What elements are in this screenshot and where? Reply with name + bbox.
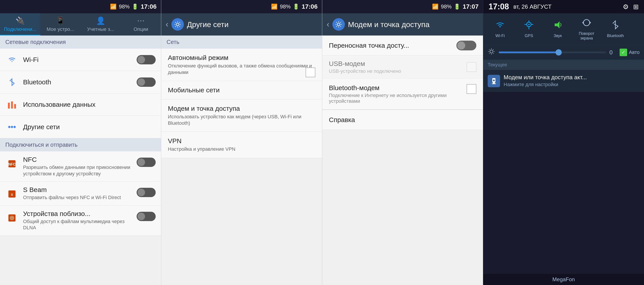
bluetooth-title: Bluetooth bbox=[23, 78, 136, 86]
usb-modem-subtitle: USB-устройство не подключено bbox=[329, 68, 466, 74]
menu-item-vpn[interactable]: VPN Настройка и управление VPN bbox=[161, 132, 322, 158]
other-networks-text: Другие сети bbox=[23, 123, 156, 131]
svg-rect-34 bbox=[493, 83, 495, 84]
modem-title: Модем и точка доступа bbox=[168, 105, 315, 112]
wifi-toggle[interactable] bbox=[136, 55, 156, 64]
panel2-title: Другие сети bbox=[187, 20, 229, 29]
svg-point-4 bbox=[11, 126, 13, 128]
menu-item-mobile[interactable]: Мобильные сети bbox=[161, 81, 322, 99]
svg-point-3 bbox=[8, 126, 10, 128]
status-bar-3: 📶 98% 🔋 17:07 bbox=[322, 0, 483, 13]
data-usage-icon bbox=[5, 98, 19, 111]
modem-item-bt[interactable]: Bluetooth-модем Подключение к Интернету … bbox=[322, 79, 483, 110]
svg-rect-0 bbox=[8, 103, 10, 109]
quick-tile-gps[interactable]: GPS bbox=[516, 17, 542, 41]
tile-gps-label: GPS bbox=[525, 34, 533, 38]
hotspot-toggle-knob bbox=[457, 42, 465, 50]
modem-item-help[interactable]: Справка bbox=[322, 110, 483, 130]
auto-brightness-check[interactable]: ✓ Авто bbox=[620, 49, 640, 56]
brightness-slider[interactable] bbox=[499, 52, 606, 53]
hotspot-toggle[interactable] bbox=[456, 41, 476, 50]
notif-item-hotspot[interactable]: Модем или точка доступа акт... Нажмите д… bbox=[483, 70, 644, 92]
battery-pct-3: 98% bbox=[441, 4, 452, 10]
battery-icon-3: 🔋 bbox=[454, 4, 460, 10]
battery-icon-2: 🔋 bbox=[293, 4, 300, 10]
nearby-toggle[interactable] bbox=[136, 212, 156, 221]
usb-modem-checkbox bbox=[466, 62, 476, 72]
time-2: 17:06 bbox=[302, 3, 318, 10]
bt-modem-checkbox[interactable] bbox=[466, 84, 476, 94]
help-title: Справка bbox=[329, 116, 476, 124]
modem-subtitle: Использовать устройство как модем (через… bbox=[168, 114, 315, 126]
quick-tile-bluetooth[interactable]: Bluetooth bbox=[602, 17, 629, 41]
tab-my-device[interactable]: 📱 Мое устро... bbox=[40, 13, 81, 36]
sbeam-toggle[interactable] bbox=[136, 188, 156, 197]
list-item-nearby[interactable]: Устройства поблизо... Общий доступ к фай… bbox=[0, 205, 161, 236]
brightness-knob bbox=[556, 49, 562, 56]
tile-rotate-icon bbox=[582, 18, 592, 30]
signal-icon: 📶 bbox=[110, 4, 117, 10]
menu-item-modem[interactable]: Модем и точка доступа Использовать устро… bbox=[161, 99, 322, 132]
list-item-data-usage[interactable]: Использование данных bbox=[0, 93, 161, 116]
connections-icon: 🔌 bbox=[16, 16, 25, 25]
nfc-toggle[interactable] bbox=[136, 158, 156, 167]
tab-accounts[interactable]: 👤 Учетные з... bbox=[80, 13, 121, 36]
tab-options[interactable]: ⋯ Опции bbox=[121, 13, 161, 36]
quick-tile-sound[interactable]: Звук bbox=[544, 17, 571, 41]
bluetooth-icon bbox=[5, 76, 19, 89]
list-item-other-networks[interactable]: Другие сети bbox=[0, 116, 161, 138]
back-arrow-3[interactable]: ‹ bbox=[327, 20, 329, 29]
nearby-subtitle: Общий доступ к файлам мультимедиа через … bbox=[23, 218, 136, 231]
list-item-sbeam[interactable]: S S Beam Отправить файлы через NFC и Wi-… bbox=[0, 182, 161, 205]
svg-point-13 bbox=[176, 23, 179, 26]
auto-label: Авто bbox=[629, 50, 640, 55]
data-usage-title: Использование данных bbox=[23, 101, 156, 108]
wifi-item-text: Wi-Fi bbox=[23, 56, 136, 64]
notif-grid-icon[interactable]: ⊞ bbox=[633, 3, 639, 11]
notif-item-icon bbox=[488, 75, 500, 87]
notif-item-title: Модем или точка доступа акт... bbox=[504, 74, 640, 81]
accounts-icon: 👤 bbox=[96, 16, 105, 25]
nearby-icon bbox=[5, 211, 19, 225]
menu-item-airplane[interactable]: Автономный режим Отключение функций вызо… bbox=[161, 49, 322, 81]
airplane-checkbox[interactable] bbox=[306, 68, 315, 77]
tab-options-label: Опции bbox=[134, 27, 148, 32]
usb-modem-title: USB-модем bbox=[329, 60, 466, 68]
help-text: Справка bbox=[329, 116, 476, 124]
brightness-fill bbox=[499, 52, 558, 53]
wifi-icon bbox=[5, 53, 19, 66]
bluetooth-toggle[interactable] bbox=[136, 78, 156, 87]
sbeam-icon: S bbox=[5, 187, 19, 201]
bt-modem-text: Bluetooth-модем Подключение к Интернету … bbox=[329, 84, 466, 104]
notif-status-bar: 17:08 вт, 26 АВГУСТ ⚙ ⊞ bbox=[483, 0, 644, 13]
other-networks-title: Другие сети bbox=[23, 123, 156, 131]
back-arrow-2[interactable]: ‹ bbox=[166, 20, 168, 29]
list-item-nfc[interactable]: NFC NFC Разрешить обмен данными при прик… bbox=[0, 151, 161, 182]
nearby-toggle-knob bbox=[138, 213, 145, 220]
svg-point-12 bbox=[11, 217, 13, 219]
notif-settings-icon[interactable]: ⚙ bbox=[623, 3, 629, 11]
nearby-title: Устройства поблизо... bbox=[23, 210, 136, 217]
tile-wifi-label: Wi-Fi bbox=[496, 34, 505, 38]
quick-tile-rotate[interactable]: Поворотэкрана bbox=[573, 17, 600, 41]
tab-connections-label: Подключени... bbox=[4, 27, 36, 32]
network-section-header: Сетевые подключения bbox=[0, 36, 161, 49]
modem-item-hotspot[interactable]: Переносная точка досту... bbox=[322, 36, 483, 56]
tab-device-label: Мое устро... bbox=[46, 27, 74, 32]
hotspot-text: Переносная точка досту... bbox=[329, 42, 456, 49]
options-icon: ⋯ bbox=[137, 16, 144, 25]
notif-status-right: ⚙ ⊞ bbox=[623, 3, 639, 11]
tile-bluetooth-label: Bluetooth bbox=[607, 34, 624, 38]
status-bar-2: 📶 98% 🔋 17:06 bbox=[161, 0, 322, 13]
list-item-bluetooth[interactable]: Bluetooth bbox=[0, 71, 161, 93]
signal-icon-2: 📶 bbox=[271, 4, 278, 10]
tab-connections[interactable]: 🔌 Подключени... bbox=[0, 13, 40, 36]
data-usage-text: Использование данных bbox=[23, 101, 156, 108]
tile-wifi-icon bbox=[495, 20, 505, 32]
current-label: Текущее bbox=[488, 62, 507, 68]
quick-tile-wifi[interactable]: Wi-Fi bbox=[487, 17, 514, 41]
brightness-row: 0 ✓ Авто bbox=[483, 45, 644, 60]
panel2-header: ‹ Другие сети bbox=[161, 13, 322, 36]
quick-tiles: Wi-Fi GPS Звук Поворотэкрана bbox=[483, 13, 644, 45]
list-item-wifi[interactable]: Wi-Fi bbox=[0, 49, 161, 71]
